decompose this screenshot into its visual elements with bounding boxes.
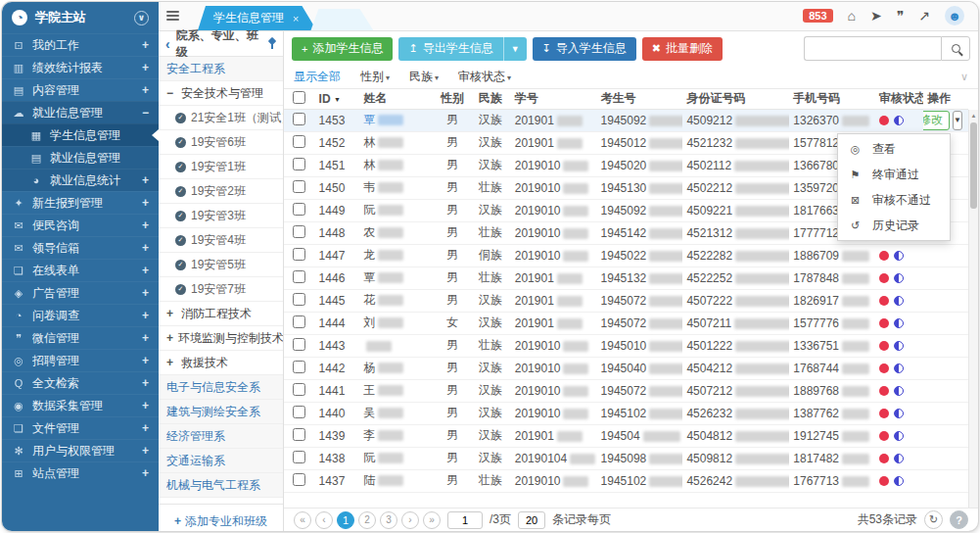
sidebar-item[interactable]: ☁ 就业信息管理 −: [2, 101, 159, 123]
pin-icon[interactable]: [266, 38, 276, 49]
filter-ethnic[interactable]: 民族▾: [409, 69, 439, 85]
prev-page-button[interactable]: ‹: [315, 511, 333, 529]
add-student-button[interactable]: + 添加学生信息: [292, 37, 393, 61]
last-page-button[interactable]: »: [423, 511, 441, 529]
student-name-link[interactable]: 林: [363, 158, 375, 171]
tree-node[interactable]: + 环境监测与控制技术: [159, 326, 283, 351]
table-row[interactable]: 1446 覃 男 壮族 201901 1945132 4522252 17878…: [284, 266, 968, 289]
expand-icon[interactable]: +: [142, 83, 149, 97]
tree-node[interactable]: ✓ 19安管6班: [159, 130, 283, 155]
tree-node[interactable]: 安全工程系: [159, 57, 283, 81]
sidebar-collapse-icon[interactable]: ∨: [134, 11, 149, 25]
row-checkbox[interactable]: [293, 428, 305, 441]
expand-icon[interactable]: +: [142, 61, 149, 74]
sidebar-item[interactable]: ▤ 内容管理 +: [2, 78, 159, 101]
row-checkbox[interactable]: [293, 180, 305, 193]
sidebar-header[interactable]: ◔ 学院主站 ∨: [2, 2, 159, 33]
filter-audit-status[interactable]: 审核状态▾: [458, 69, 511, 85]
share-icon[interactable]: ↗: [918, 8, 930, 24]
expand-icon[interactable]: +: [142, 241, 149, 255]
page-size-input[interactable]: [518, 511, 545, 529]
table-row[interactable]: 1445 花 男 汉族 201901 1945072 4507222 18269…: [284, 289, 968, 312]
row-checkbox[interactable]: [293, 383, 305, 396]
expand-icon[interactable]: +: [142, 264, 149, 277]
export-caret-button[interactable]: ▼: [503, 37, 527, 61]
tree-node[interactable]: 机械与电气工程系: [159, 473, 283, 498]
sidebar-item[interactable]: ✉ 领导信箱 +: [2, 236, 159, 259]
table-row[interactable]: 1447 龙 男 侗族 2019010 1945022 4522282 1886…: [284, 244, 968, 266]
row-checkbox[interactable]: [293, 406, 305, 418]
expand-icon[interactable]: +: [142, 309, 149, 322]
row-checkbox[interactable]: [293, 248, 305, 261]
search-button[interactable]: [941, 36, 970, 61]
expand-icon[interactable]: +: [142, 196, 149, 210]
tree-node[interactable]: + 消防工程技术: [159, 302, 283, 326]
row-checkbox[interactable]: [293, 270, 305, 283]
sidebar-item[interactable]: ◕ 就业信息统计 +: [2, 169, 159, 191]
student-name-link[interactable]: 李: [363, 428, 375, 442]
table-row[interactable]: 1444 刘 女 汉族 201901 1945072 4507211 15777…: [284, 312, 968, 334]
expand-icon[interactable]: +: [142, 218, 149, 232]
avatar[interactable]: ☻: [945, 6, 964, 25]
filter-gender[interactable]: 性别▾: [360, 69, 390, 85]
export-student-button[interactable]: ↥ 导出学生信息: [398, 37, 502, 61]
row-checkbox[interactable]: [293, 293, 305, 306]
student-name-link[interactable]: 覃: [363, 113, 375, 126]
table-row[interactable]: 1437 陆 男 壮族 2019010 1945102 4526242 1767…: [284, 469, 968, 492]
sidebar-item[interactable]: ❏ 文件管理 +: [2, 416, 159, 439]
filter-collapse-icon[interactable]: ∨: [960, 71, 968, 83]
expand-icon[interactable]: −: [142, 106, 149, 120]
sidebar-item[interactable]: ▤ 就业信息管理: [2, 146, 159, 169]
page-input[interactable]: [447, 511, 483, 529]
sidebar-item[interactable]: ▦ 学生信息管理: [2, 123, 159, 146]
tree-node[interactable]: ✓ 21安全1班（测试）: [159, 106, 283, 130]
refresh-button[interactable]: ↻: [924, 510, 943, 529]
tree-node[interactable]: 电子与信息安全系: [159, 375, 283, 400]
sidebar-item[interactable]: ▥ 绩效统计报表 +: [2, 56, 159, 78]
page-number-button[interactable]: 1: [337, 511, 354, 529]
sidebar-item[interactable]: Q 全文检索 +: [2, 371, 159, 394]
expand-icon[interactable]: +: [142, 286, 149, 300]
import-student-button[interactable]: ↧ 导入学生信息: [533, 37, 636, 61]
first-page-button[interactable]: «: [294, 511, 311, 529]
student-name-link[interactable]: 龙: [363, 248, 375, 262]
expand-icon[interactable]: +: [142, 466, 149, 480]
tab-close-icon[interactable]: ×: [293, 13, 299, 24]
tree-expand-icon[interactable]: +: [166, 307, 176, 320]
tree-node[interactable]: ✓ 19安管2班: [159, 179, 283, 204]
menu-item[interactable]: ⊠ 审核不通过: [838, 187, 950, 213]
sidebar-item[interactable]: ⊡ 我的工作 +: [2, 33, 159, 56]
menu-item[interactable]: ◎ 查看: [838, 136, 950, 162]
sidebar-item[interactable]: ✉ 便民咨询 +: [2, 214, 159, 236]
batch-delete-button[interactable]: ✖ 批量删除: [642, 37, 723, 61]
tree-node[interactable]: 经济管理系: [159, 424, 283, 449]
chat-icon[interactable]: ❞: [897, 8, 905, 24]
modify-button[interactable]: ✎修改: [923, 111, 950, 130]
tree-node[interactable]: ✓ 19安管3班: [159, 204, 283, 228]
tree-expand-icon[interactable]: +: [166, 331, 173, 345]
expand-icon[interactable]: +: [142, 173, 149, 187]
tree-node[interactable]: ✓ 19安管1班: [159, 155, 283, 179]
tree-node[interactable]: ✓ 19安管5班: [159, 253, 283, 277]
vertical-scrollbar[interactable]: ▲: [968, 110, 978, 508]
expand-icon[interactable]: +: [142, 376, 149, 390]
expand-icon[interactable]: +: [142, 38, 149, 52]
help-button[interactable]: ?: [950, 510, 968, 529]
student-name-link[interactable]: 吴: [363, 406, 375, 419]
modify-caret-button[interactable]: ▼: [953, 111, 962, 130]
next-page-button[interactable]: ›: [401, 511, 419, 529]
sidebar-item[interactable]: ◈ 广告管理 +: [2, 281, 159, 304]
row-checkbox[interactable]: [293, 473, 305, 486]
tree-node[interactable]: ✓ 19安管4班: [159, 228, 283, 253]
sidebar-item[interactable]: ⊞ 站点管理 +: [2, 461, 159, 484]
sidebar-item[interactable]: ◉ 数据采集管理 +: [2, 394, 159, 416]
expand-icon[interactable]: +: [142, 444, 149, 458]
tree-expand-icon[interactable]: −: [166, 86, 176, 100]
row-checkbox[interactable]: [293, 451, 305, 463]
tree-expand-icon[interactable]: +: [166, 356, 176, 369]
sidebar-item[interactable]: ◎ 招聘管理 +: [2, 349, 159, 371]
student-name-link[interactable]: 王: [363, 383, 375, 397]
expand-icon[interactable]: +: [142, 331, 149, 345]
scroll-up-icon[interactable]: ▲: [969, 110, 978, 121]
student-name-link[interactable]: 林: [363, 135, 375, 149]
